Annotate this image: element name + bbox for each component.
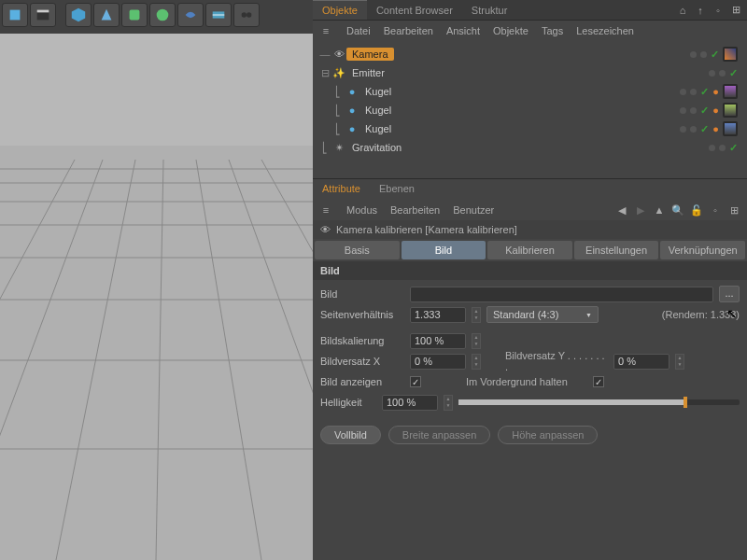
label-foreground: Im Vordergrund halten [466, 376, 587, 387]
button-fit-height[interactable]: Höhe anpassen [498, 426, 598, 444]
subtab-calibrate[interactable]: Kalibrieren [487, 241, 572, 259]
spinner-brightness[interactable]: ▲▼ [444, 395, 453, 411]
hier-item-kugel-3[interactable]: ⎣ ● Kugel ✓● [313, 119, 747, 138]
input-scale[interactable] [410, 333, 466, 349]
sphere-icon: ● [345, 86, 359, 97]
hier-item-kugel-1[interactable]: ⎣ ● Kugel ✓● [313, 82, 747, 101]
hier-label[interactable]: Emitter [346, 67, 390, 78]
subtab-bild[interactable]: Bild [402, 241, 486, 259]
material-swatch[interactable] [723, 84, 738, 99]
hier-label[interactable]: Kugel [359, 105, 397, 116]
gravity-icon: ✴ [331, 142, 346, 154]
tag-swatch[interactable] [723, 47, 738, 62]
hier-item-emitter[interactable]: ⊟ ✨ Emitter ✓ [313, 63, 747, 82]
section-header-bild: Bild [313, 261, 747, 280]
tool-cube-prim[interactable] [65, 3, 92, 27]
label-offsetx: Bildversatz X [320, 356, 404, 367]
label-show: Bild anzeigen [320, 376, 404, 387]
tool-cube[interactable] [2, 3, 28, 27]
input-offsety[interactable] [613, 354, 669, 370]
tool-generator[interactable] [149, 3, 176, 27]
plus-icon[interactable]: ⊞ [726, 203, 741, 217]
tab-objects[interactable]: Objekte [313, 0, 367, 20]
label-brightness: Helligkeit [320, 397, 376, 408]
label-bild: Bild [320, 288, 404, 300]
tool-clapper[interactable] [30, 3, 56, 27]
tab-structure[interactable]: Struktur [462, 1, 517, 20]
hier-label[interactable]: Kamera [346, 48, 394, 61]
hier-label[interactable]: Kugel [359, 123, 397, 134]
attr-menu-user[interactable]: Benutzer [453, 204, 494, 216]
tool-deformer[interactable] [177, 3, 204, 27]
tool-camera[interactable] [233, 3, 260, 27]
browse-button[interactable]: ... [719, 286, 740, 302]
menu-tags[interactable]: Tags [542, 25, 563, 36]
attr-menu-edit[interactable]: Bearbeiten [390, 204, 440, 216]
tab-content[interactable]: Content Browser [367, 1, 462, 20]
back-icon[interactable]: ◀ [614, 203, 629, 217]
viewport-3d[interactable] [0, 34, 313, 560]
attr-tab-layers[interactable]: Ebenen [370, 179, 424, 200]
svg-rect-1 [37, 12, 49, 20]
input-aspect[interactable] [410, 307, 466, 323]
hier-item-kamera[interactable]: — 👁 Kamera ✓ [313, 45, 747, 63]
subtab-links[interactable]: Verknüpfungen [660, 241, 745, 259]
svg-point-9 [242, 12, 247, 17]
fwd-icon[interactable]: ▶ [633, 203, 648, 217]
input-brightness[interactable] [382, 395, 438, 411]
new-icon[interactable]: ◦ [708, 203, 723, 217]
attr-title-text: Kamera kalibrieren [Kamera kalibrieren] [336, 224, 517, 235]
label-aspect: Seitenverhältnis [320, 309, 404, 320]
primitives-toolbar [0, 0, 261, 30]
right-panel: Objekte Content Browser Struktur ⌂ ↑ ◦ ⊞… [313, 0, 747, 560]
svg-marker-4 [102, 9, 112, 21]
dropdown-aspect-preset[interactable]: Standard (4:3) [486, 306, 599, 323]
manager-tabs: Objekte Content Browser Struktur ⌂ ↑ ◦ ⊞ [313, 0, 747, 21]
slider-brightness[interactable] [458, 399, 740, 405]
button-fit-width[interactable]: Breite anpassen [388, 426, 491, 444]
object-manager-menu: ≡ Datei Bearbeiten Ansicht Objekte Tags … [313, 21, 747, 41]
svg-rect-5 [130, 10, 140, 21]
input-bild-path[interactable] [410, 287, 713, 302]
spinner-scale[interactable]: ▲▼ [472, 333, 481, 349]
hier-label[interactable]: Gravitation [346, 142, 407, 153]
menu-bookmarks[interactable]: Lesezeichen [576, 25, 634, 36]
subtab-basis[interactable]: Basis [315, 241, 400, 259]
spinner-offsetx[interactable]: ▲▼ [472, 354, 481, 370]
attr-object-title: 👁 Kamera kalibrieren [Kamera kalibrieren… [313, 220, 747, 239]
hier-label[interactable]: Kugel [359, 86, 397, 97]
hier-item-kugel-2[interactable]: ⎣ ● Kugel ✓● [313, 101, 747, 119]
label-offsety: Bildversatz Y . . . . . . . . [505, 350, 608, 372]
menu-objects[interactable]: Objekte [493, 25, 529, 36]
svg-rect-0 [10, 10, 21, 21]
spinner-offsety[interactable]: ▲▼ [675, 354, 684, 370]
hier-item-gravitation[interactable]: ⎣ ✴ Gravitation ✓ [313, 138, 747, 157]
checkbox-show[interactable] [410, 376, 421, 387]
svg-marker-3 [72, 8, 85, 21]
up-icon[interactable]: ▲ [652, 203, 667, 217]
lock-icon[interactable]: 🔓 [689, 203, 704, 217]
checkbox-foreground[interactable] [593, 376, 604, 387]
menu-toggle-icon[interactable]: ≡ [318, 203, 333, 217]
input-offsetx[interactable] [410, 354, 466, 370]
pin-icon[interactable]: ◦ [711, 3, 726, 18]
emitter-icon: ✨ [331, 67, 346, 79]
plus-icon[interactable]: ⊞ [728, 3, 743, 18]
menu-view[interactable]: Ansicht [446, 25, 480, 36]
spinner-aspect[interactable]: ▲▼ [472, 307, 481, 323]
tool-pen[interactable] [93, 3, 120, 27]
menu-edit[interactable]: Bearbeiten [384, 25, 433, 36]
attr-tab-attribute[interactable]: Attribute [313, 179, 370, 200]
tool-nurbs[interactable] [121, 3, 148, 27]
attr-menu-mode[interactable]: Modus [346, 204, 377, 216]
menu-toggle-icon[interactable]: ≡ [318, 23, 333, 38]
material-swatch[interactable] [723, 121, 738, 136]
menu-file[interactable]: Datei [346, 25, 371, 36]
material-swatch[interactable] [723, 103, 738, 118]
search-icon[interactable]: 🔍 [670, 203, 685, 217]
subtab-settings[interactable]: Einstellungen [574, 241, 659, 259]
button-fullscreen[interactable]: Vollbild [320, 426, 381, 444]
up-icon[interactable]: ↑ [693, 3, 708, 18]
tool-environment[interactable] [205, 3, 232, 27]
home-icon[interactable]: ⌂ [675, 3, 690, 18]
